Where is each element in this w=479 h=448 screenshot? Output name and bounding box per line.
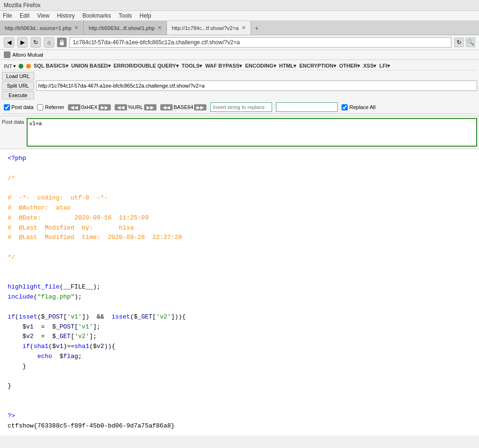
code-line-27: ?> bbox=[8, 411, 471, 421]
code-line-22: } bbox=[8, 362, 471, 372]
code-line-17: if(isset($_POST['v1']) && isset($_GET['v… bbox=[8, 312, 471, 322]
code-line-7: # @Date: 2020-09-16 11:25:09 bbox=[8, 213, 471, 223]
tools-label[interactable]: TOOLS▾ bbox=[182, 63, 203, 69]
code-line-13 bbox=[8, 273, 471, 283]
url-label: %URL bbox=[128, 104, 143, 110]
error-double-query-label[interactable]: ERROR/DOUBLE QUERY▾ bbox=[114, 63, 179, 69]
code-line-2 bbox=[8, 164, 471, 174]
base64-decode-arrow[interactable]: ◀◀ bbox=[160, 104, 173, 110]
back-button[interactable]: ◀ bbox=[4, 37, 14, 48]
code-line-9: # @Last Modified time: 2020-09-28 22:27:… bbox=[8, 233, 471, 243]
menu-bar: File Edit View History Bookmarks Tools H… bbox=[0, 11, 479, 21]
code-line-20: if(sha1($v1)==sha1($v2)){ bbox=[8, 342, 471, 352]
toolbar-area: INT ▾ SQL BASICS▾ UNION BASED▾ ERROR/DOU… bbox=[0, 60, 479, 116]
tab-3-label: http://1c784c...tf.show/?v2=a bbox=[172, 25, 238, 31]
post-data-checkbox[interactable] bbox=[4, 104, 10, 110]
xss-label[interactable]: XSS▾ bbox=[363, 63, 376, 69]
html-label[interactable]: HTML▾ bbox=[279, 63, 297, 69]
new-tab-button[interactable]: + bbox=[251, 22, 263, 34]
post-data-checkbox-item: Post data bbox=[4, 104, 33, 110]
code-line-16 bbox=[8, 302, 471, 312]
code-line-4 bbox=[8, 183, 471, 193]
address-input[interactable] bbox=[69, 37, 451, 48]
checkbox-row: Post data Referrer ◀◀ 0xHEX ▶▶ ◀◀ %URL ▶… bbox=[2, 101, 477, 114]
green-dot bbox=[19, 64, 23, 69]
url-input[interactable] bbox=[36, 80, 477, 91]
code-line-5: # -*- coding: utf-8 -*- bbox=[8, 193, 471, 203]
site-icon-area: Altoro Mutual bbox=[4, 51, 43, 58]
site-favicon bbox=[4, 51, 10, 58]
sql-basics-label[interactable]: SQL BASICS▾ bbox=[34, 63, 68, 69]
tab-1[interactable]: http://b5063d...source=1.php ✕ bbox=[0, 21, 84, 35]
execute-button[interactable]: Execute bbox=[2, 91, 34, 100]
tab-bar: http://b5063d...source=1.php ✕ http://b5… bbox=[0, 21, 479, 35]
menu-file[interactable]: File bbox=[3, 12, 12, 19]
menu-view[interactable]: View bbox=[37, 12, 49, 19]
bookmarks-bar: Altoro Mutual bbox=[0, 50, 479, 60]
load-url-button[interactable]: Load URL bbox=[2, 72, 34, 80]
tab-3[interactable]: http://1c784c...tf.show/?v2=a ✕ bbox=[167, 21, 251, 35]
insert-string-input[interactable] bbox=[210, 102, 272, 112]
encryption-label[interactable]: ENCRYPTION▾ bbox=[299, 63, 336, 69]
other-label[interactable]: OTHER▾ bbox=[339, 63, 361, 69]
url-encode-arrow[interactable]: ▶▶ bbox=[144, 104, 156, 110]
flag-line: ctfshow{763388c5-f89f-45b0-bd06-9d7a75af… bbox=[8, 421, 471, 431]
code-line-12 bbox=[8, 263, 471, 273]
insert-replacing-input[interactable] bbox=[276, 102, 338, 112]
menu-history[interactable]: History bbox=[57, 12, 75, 19]
replace-all-checkbox[interactable] bbox=[342, 104, 348, 110]
referrer-checkbox[interactable] bbox=[37, 104, 43, 110]
code-line-24: } bbox=[8, 381, 471, 391]
post-data-area: Post data v1=a bbox=[0, 116, 479, 149]
tab-3-close[interactable]: ✕ bbox=[242, 25, 246, 31]
post-data-textarea[interactable]: v1=a bbox=[27, 118, 477, 147]
forward-button[interactable]: ▶ bbox=[17, 37, 28, 48]
code-line-14: highlight_file(__FILE__); bbox=[8, 282, 471, 292]
code-line-26 bbox=[8, 401, 471, 411]
address-icons: ↻ 🔍 bbox=[454, 38, 475, 47]
address-bar: ◀ ▶ ↻ ⌂ ↻ 🔍 bbox=[0, 35, 479, 50]
split-url-button[interactable]: Split URL bbox=[2, 81, 34, 90]
post-data-section-label: Post data bbox=[2, 118, 24, 125]
code-line-8: # @Last Modified by: hlxa bbox=[8, 223, 471, 233]
tab-2[interactable]: http://b5063d...tf.show/1.php ✕ bbox=[84, 21, 167, 35]
menu-bookmarks[interactable]: Bookmarks bbox=[82, 12, 111, 19]
int-selector: INT ▾ bbox=[4, 63, 16, 69]
menu-help[interactable]: Help bbox=[139, 12, 151, 19]
code-line-15: include("flag.php"); bbox=[8, 292, 471, 302]
encoding-label[interactable]: ENCODING▾ bbox=[245, 63, 276, 69]
code-line-11: */ bbox=[8, 253, 471, 263]
site-name: Altoro Mutual bbox=[12, 52, 43, 58]
menu-edit[interactable]: Edit bbox=[20, 12, 29, 19]
code-line-10 bbox=[8, 243, 471, 253]
base64-encode-arrow[interactable]: ▶▶ bbox=[194, 104, 206, 110]
code-line-23 bbox=[8, 372, 471, 382]
lock-icon bbox=[57, 38, 67, 47]
hex-encode-arrow[interactable]: ▶▶ bbox=[98, 104, 111, 110]
union-based-label[interactable]: UNION BASED▾ bbox=[71, 63, 111, 69]
base64-label: BASE64 bbox=[174, 104, 194, 110]
tab-1-label: http://b5063d...source=1.php bbox=[5, 25, 71, 31]
int-label: INT bbox=[4, 63, 12, 69]
hex-decode-arrow[interactable]: ◀◀ bbox=[68, 104, 80, 110]
menu-tools[interactable]: Tools bbox=[118, 12, 132, 19]
tab-2-close[interactable]: ✕ bbox=[157, 25, 162, 31]
reload-button[interactable]: ↻ bbox=[30, 37, 41, 48]
tab-2-label: http://b5063d...tf.show/1.php bbox=[88, 25, 155, 31]
code-line-1: <?php bbox=[8, 154, 471, 164]
refresh-icon[interactable]: ↻ bbox=[454, 38, 464, 47]
hex-encode-group: ◀◀ 0xHEX ▶▶ bbox=[68, 104, 111, 110]
base64-encode-group: ◀◀ BASE64 ▶▶ bbox=[160, 104, 207, 110]
url-decode-arrow[interactable]: ◀◀ bbox=[115, 104, 127, 110]
search-icon[interactable]: 🔍 bbox=[466, 38, 475, 47]
home-button[interactable]: ⌂ bbox=[44, 37, 54, 48]
window-title: Mozilla Firefox bbox=[4, 2, 40, 9]
code-line-6: # @Author: atao bbox=[8, 203, 471, 213]
waf-bypass-label[interactable]: WAF BYPASS▾ bbox=[205, 63, 242, 69]
tab-1-close[interactable]: ✕ bbox=[74, 25, 78, 31]
title-bar: Mozilla Firefox bbox=[0, 0, 479, 11]
svg-rect-0 bbox=[60, 42, 64, 45]
int-dropdown-arrow[interactable]: ▾ bbox=[13, 63, 16, 69]
url-encode-group: ◀◀ %URL ▶▶ bbox=[115, 104, 156, 110]
lfi-label[interactable]: LFI▾ bbox=[379, 63, 390, 69]
